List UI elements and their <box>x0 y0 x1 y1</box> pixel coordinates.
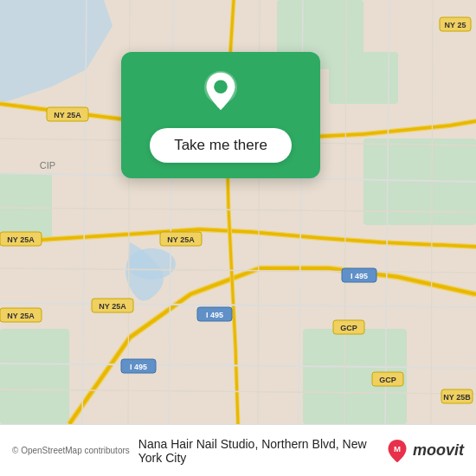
svg-text:I 495: I 495 <box>130 363 147 371</box>
svg-text:GCP: GCP <box>379 376 396 384</box>
moovit-label: moovit <box>413 441 464 460</box>
location-card: Take me there <box>121 52 320 178</box>
svg-text:NY 25A: NY 25A <box>99 302 126 311</box>
svg-text:GCP: GCP <box>340 324 357 332</box>
svg-text:I 495: I 495 <box>351 272 368 280</box>
location-title: Nana Hair Nail Studio, Northern Blvd, Ne… <box>138 437 385 465</box>
svg-rect-7 <box>0 329 69 424</box>
moovit-logo: M moovit <box>385 439 464 463</box>
map-area: NY 25A NY 25A NY 25A I 495 I 495 I 495 N… <box>0 0 476 424</box>
location-pin-icon <box>198 71 243 116</box>
svg-point-51 <box>214 80 228 93</box>
moovit-brand-pin-icon: M <box>385 439 409 463</box>
svg-text:M: M <box>394 443 401 453</box>
svg-text:NY 25B: NY 25B <box>443 393 471 402</box>
svg-rect-3 <box>329 52 398 104</box>
svg-text:CIP: CIP <box>40 160 55 170</box>
svg-text:NY 25A: NY 25A <box>167 235 195 244</box>
bottom-bar: © OpenStreetMap contributors Nana Hair N… <box>0 424 476 476</box>
osm-attribution: © OpenStreetMap contributors <box>12 446 130 455</box>
svg-text:NY 25A: NY 25A <box>7 235 35 244</box>
svg-text:NY 25A: NY 25A <box>54 111 81 119</box>
svg-text:I 495: I 495 <box>206 311 223 319</box>
take-me-there-button[interactable]: Take me there <box>150 128 292 163</box>
svg-text:NY 25: NY 25 <box>445 21 466 29</box>
svg-text:NY 25A: NY 25A <box>7 312 35 320</box>
